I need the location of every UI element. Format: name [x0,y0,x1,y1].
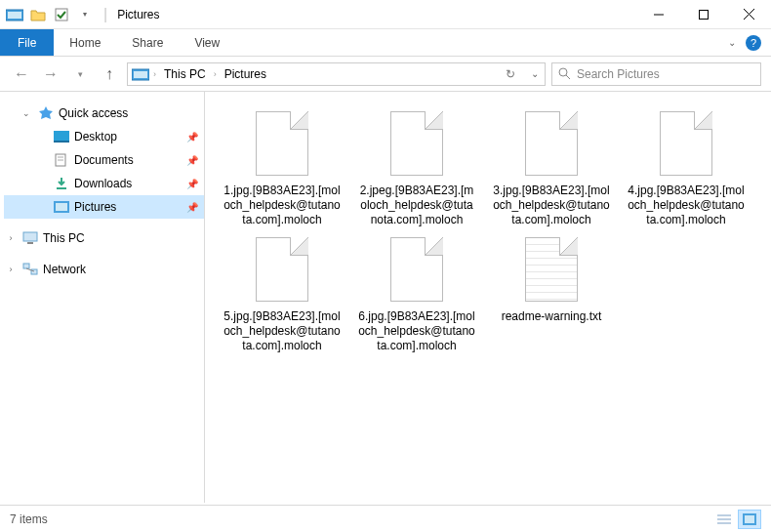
folder-icon[interactable] [27,4,49,25]
chevron-right-icon[interactable]: › [212,69,219,79]
file-item[interactable]: 1.jpg.[9B83AE23].[moloch_helpdesk@tutano… [223,111,342,227]
qa-dropdown-icon[interactable]: ▾ [74,4,96,25]
generic-file-icon [383,237,451,306]
window-title: Pictures [111,8,159,21]
status-bar: 7 items [0,505,771,532]
file-list-pane[interactable]: 1.jpg.[9B83AE23].[moloch_helpdesk@tutano… [205,92,771,503]
view-switcher [712,510,761,529]
sidebar-item-this-pc[interactable]: › This PC [4,226,204,250]
breadcrumb-pictures[interactable]: Pictures [221,67,270,81]
minimize-button[interactable] [636,0,681,29]
close-button[interactable] [726,0,771,29]
breadcrumb[interactable]: › This PC › Pictures ⌄ ↻ [127,62,546,86]
search-placeholder: Search Pictures [577,67,660,81]
home-tab[interactable]: Home [54,29,116,56]
star-icon [37,105,55,121]
this-pc-icon [21,230,39,246]
sidebar-label-desktop: Desktop [74,130,117,143]
search-input[interactable]: Search Pictures [551,62,761,86]
chevron-right-icon[interactable]: › [4,233,18,243]
svg-rect-2 [56,9,67,20]
svg-rect-20 [27,242,33,244]
back-button[interactable]: ← [10,62,33,86]
file-name-label: 1.jpg.[9B83AE23].[moloch_helpdesk@tutano… [223,184,342,227]
thumbnails-view-button[interactable] [738,510,761,529]
sidebar-label-pictures: Pictures [74,200,116,214]
svg-rect-21 [23,264,29,268]
svg-rect-12 [54,141,69,143]
sidebar-label-network: Network [43,263,86,276]
address-bar: ← → ▾ ↑ › This PC › Pictures ⌄ ↻ Search … [0,57,771,92]
file-name-label: 4.jpg.[9B83AE23].[moloch_helpdesk@tutano… [627,184,746,227]
sidebar-label-documents: Documents [74,153,134,167]
sidebar-item-quick-access[interactable]: ⌄ Quick access [4,102,204,125]
generic-file-icon [517,111,586,180]
help-icon[interactable]: ? [746,35,761,51]
sidebar-item-documents[interactable]: Documents 📌 [4,148,204,172]
file-item[interactable]: 5.jpg.[9B83AE23].[moloch_helpdesk@tutano… [223,237,342,353]
search-icon [558,67,571,80]
title-separator: | [100,6,111,23]
sidebar-label-quick-access: Quick access [59,106,128,120]
svg-rect-4 [700,10,709,19]
chevron-right-icon[interactable]: › [4,265,18,274]
ribbon-expand-icon[interactable]: ⌄ [728,37,736,48]
sidebar-item-desktop[interactable]: Desktop 📌 [4,125,204,148]
share-tab[interactable]: Share [116,29,179,56]
navigation-pane: ⌄ Quick access Desktop 📌 Documents 📌 Dow… [0,92,205,503]
recent-dropdown[interactable]: ▾ [68,62,92,86]
file-item[interactable]: 2.jpeg.[9B83AE23].[moloch_helpdesk@tutan… [357,111,476,227]
sidebar-label-downloads: Downloads [74,177,132,190]
pictures-icon [53,199,70,215]
sidebar-item-network[interactable]: › Network [4,258,204,281]
refresh-icon[interactable]: ↻ [506,67,515,81]
forward-button[interactable]: → [39,62,62,86]
network-icon [21,262,39,277]
pin-icon: 📌 [186,155,198,166]
chevron-down-icon[interactable]: ⌄ [20,108,33,118]
chevron-right-icon[interactable]: › [151,69,158,79]
up-button[interactable]: ↑ [98,62,121,86]
title-bar: ▾ | Pictures [0,0,771,29]
checkbox-icon[interactable] [51,4,72,25]
sidebar-item-downloads[interactable]: Downloads 📌 [4,172,204,195]
breadcrumb-this-pc[interactable]: This PC [160,67,210,81]
desktop-icon [53,129,70,144]
downloads-icon [53,176,70,191]
file-name-label: 5.jpg.[9B83AE23].[moloch_helpdesk@tutano… [223,309,342,353]
svg-rect-1 [8,12,21,19]
generic-file-icon [248,111,316,180]
file-tab[interactable]: File [0,29,54,56]
generic-file-icon [248,237,316,306]
generic-file-icon [383,111,451,180]
text-file-icon [517,237,586,306]
svg-rect-11 [54,131,69,141]
svg-rect-19 [23,232,37,241]
pin-icon: 📌 [186,179,198,189]
details-view-button[interactable] [712,510,736,529]
file-item[interactable]: 6.jpg.[9B83AE23].[moloch_helpdesk@tutano… [357,237,476,353]
documents-icon [53,152,70,168]
file-name-label: 2.jpeg.[9B83AE23].[moloch_helpdesk@tutan… [357,184,476,227]
file-name-label: 6.jpg.[9B83AE23].[moloch_helpdesk@tutano… [357,309,476,353]
file-grid: 1.jpg.[9B83AE23].[moloch_helpdesk@tutano… [223,111,761,353]
svg-rect-8 [134,71,147,78]
file-item[interactable]: 3.jpg.[9B83AE23].[moloch_helpdesk@tutano… [492,111,611,227]
generic-file-icon [652,111,720,180]
file-item[interactable]: readme-warning.txt [492,237,611,353]
file-item[interactable]: 4.jpg.[9B83AE23].[moloch_helpdesk@tutano… [627,111,746,227]
window-controls [636,0,771,29]
svg-point-9 [559,68,567,76]
sidebar-item-pictures[interactable]: Pictures 📌 [4,195,204,219]
pin-icon: 📌 [186,132,198,143]
address-dropdown-icon[interactable]: ⌄ [531,68,539,79]
quick-access-toolbar: ▾ [0,4,100,25]
maximize-button[interactable] [681,0,726,29]
svg-rect-28 [745,515,754,523]
sidebar-label-this-pc: This PC [43,231,85,245]
view-tab[interactable]: View [179,29,235,56]
pin-icon: 📌 [186,202,198,213]
item-count-label: 7 items [10,512,48,526]
svg-line-10 [566,75,570,79]
app-icon [4,4,25,25]
